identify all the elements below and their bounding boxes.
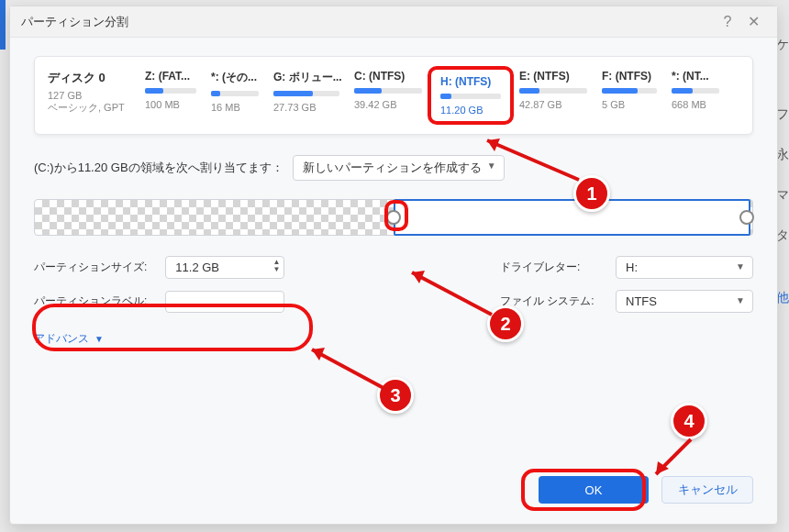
- partition-usage-bar: [273, 91, 339, 96]
- partition-label: G: ボリュー...: [273, 70, 339, 85]
- partition-size: 5 GB: [602, 99, 657, 110]
- partition-usage-bar: [672, 88, 719, 94]
- slider-handle-right[interactable]: [739, 210, 754, 225]
- partition-usage-bar: [145, 88, 196, 94]
- annotation-arrow-3: [299, 340, 400, 405]
- ok-button[interactable]: OK: [539, 476, 649, 504]
- file-system-dropdown[interactable]: NTFS: [616, 290, 753, 313]
- allocate-text: (C:)から11.20 GBの領域を次へ割り当てます：: [34, 160, 283, 176]
- partition-label: F: (NTFS): [602, 70, 657, 83]
- partition-tile[interactable]: Z: (FAT...100 MB: [139, 70, 202, 121]
- allocate-target-value: 新しいパーティションを作成する: [303, 161, 482, 174]
- disk-name: ディスク 0: [48, 70, 132, 86]
- annotation-badge-4: 4: [671, 403, 707, 439]
- partition-size: 27.73 GB: [273, 102, 339, 113]
- dialog-title: パーティション分割: [21, 14, 715, 30]
- partition-split-dialog: パーティション分割 ? ✕ ディスク 0 127 GB ベーシック, GPT Z…: [9, 6, 778, 525]
- disk-panel: ディスク 0 127 GB ベーシック, GPT Z: (FAT...100 M…: [34, 56, 753, 135]
- partition-tile[interactable]: G: ボリュー...27.73 GB: [268, 70, 345, 121]
- bg-text: マ: [776, 187, 789, 204]
- partition-size: 100 MB: [145, 99, 196, 110]
- partition-size-value: 11.2 GB: [175, 260, 219, 274]
- close-icon[interactable]: ✕: [740, 9, 766, 35]
- partition-tile[interactable]: E: (NTFS)42.87 GB: [514, 70, 593, 121]
- advanced-toggle[interactable]: アドバンス▼: [34, 331, 753, 347]
- annotation-box-slider: [388, 204, 405, 227]
- slider-selection: [394, 199, 750, 236]
- svg-marker-7: [656, 461, 669, 474]
- disk-header: ディスク 0 127 GB ベーシック, GPT: [48, 70, 132, 121]
- partition-size: 39.42 GB: [354, 99, 422, 110]
- partition-tile[interactable]: H: (NTFS)11.20 GB: [431, 70, 510, 121]
- cancel-button[interactable]: キャンセル: [661, 476, 753, 504]
- partition-usage-bar: [211, 91, 259, 96]
- partition-slider[interactable]: [34, 199, 753, 236]
- bg-text: タ: [776, 227, 789, 244]
- drive-letter-label: ドライブレター:: [500, 260, 601, 275]
- annotation-badge-3: 3: [377, 377, 414, 414]
- allocate-target-dropdown[interactable]: 新しいパーティションを作成する: [293, 155, 505, 181]
- partition-label: H: (NTFS): [440, 75, 501, 88]
- partition-usage-bar: [519, 88, 587, 94]
- partition-size: 11.20 GB: [440, 105, 501, 116]
- bg-text: 永: [776, 147, 789, 163]
- partition-label-label: パーティションラベル:: [34, 294, 147, 309]
- partition-size-input[interactable]: 11.2 GB ▲▼: [165, 256, 284, 279]
- help-icon[interactable]: ?: [715, 9, 740, 35]
- stepper-arrows-icon[interactable]: ▲▼: [272, 259, 280, 273]
- file-system-value: NTFS: [626, 294, 657, 308]
- partition-tile[interactable]: *: (その...16 MB: [206, 70, 264, 121]
- partition-size: 16 MB: [211, 102, 259, 113]
- svg-marker-1: [487, 139, 500, 151]
- bg-text: 他: [776, 290, 789, 306]
- disk-size: 127 GB: [48, 90, 132, 101]
- svg-marker-5: [312, 348, 325, 360]
- bg-text: フ: [776, 106, 789, 123]
- partition-label: *: (NT...: [672, 70, 719, 83]
- partition-label: C: (NTFS): [354, 70, 422, 83]
- svg-line-4: [312, 349, 383, 388]
- partition-usage-bar: [602, 88, 657, 94]
- partition-tile[interactable]: F: (NTFS)5 GB: [596, 70, 662, 121]
- partition-size-label: パーティションサイズ:: [34, 260, 147, 275]
- partition-usage-bar: [440, 94, 501, 99]
- bg-text: ケ: [776, 37, 789, 53]
- drive-letter-dropdown[interactable]: H:: [616, 256, 753, 279]
- partition-tile[interactable]: *: (NT...668 MB: [666, 70, 725, 121]
- partition-usage-bar: [354, 88, 422, 94]
- partition-label: E: (NTFS): [519, 70, 587, 83]
- disk-type: ベーシック, GPT: [48, 101, 132, 115]
- partition-label: Z: (FAT...: [145, 70, 196, 83]
- svg-line-6: [656, 439, 691, 474]
- partition-tile[interactable]: C: (NTFS)39.42 GB: [349, 70, 428, 121]
- partition-label-input[interactable]: [165, 291, 284, 313]
- titlebar: パーティション分割 ? ✕: [10, 6, 777, 38]
- chevron-down-icon: ▼: [94, 334, 104, 344]
- drive-letter-value: H:: [626, 260, 638, 274]
- partition-size: 42.87 GB: [519, 99, 587, 110]
- partition-label: *: (その...: [211, 70, 259, 85]
- partition-size: 668 MB: [672, 99, 719, 110]
- file-system-label: ファイル システム:: [500, 294, 601, 309]
